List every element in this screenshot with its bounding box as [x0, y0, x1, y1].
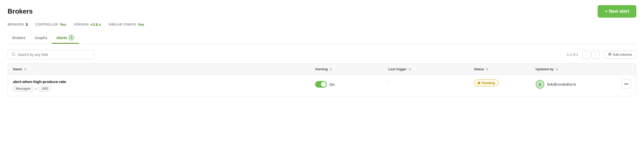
alert-name: alert-when-high-produce-rate: [13, 79, 305, 84]
col-trigger-label: Last trigger: [389, 67, 407, 71]
tab-brokers-label: Brokers: [12, 36, 25, 40]
search-icon: [11, 52, 16, 57]
tab-brokers[interactable]: Brokers: [8, 32, 30, 44]
meta-version-label: VERSION: [74, 23, 89, 26]
next-page-button[interactable]: ›: [591, 51, 600, 59]
meta-similar-config-value: Yes: [138, 22, 144, 27]
status-dot-icon: [478, 82, 480, 84]
sort-icon-name: ⇅: [24, 68, 26, 71]
meta-version-value: +3.8.x: [90, 22, 101, 27]
cell-status: Pending: [469, 75, 530, 96]
avatar: A: [536, 80, 544, 89]
tabs: Brokers Graphs Alerts 1: [8, 32, 636, 44]
status-badge: Pending: [474, 79, 499, 86]
pagination-info: 1-1 of 1: [567, 53, 578, 56]
tab-graphs[interactable]: Graphs: [30, 32, 52, 44]
meta-similar-config: SIMILAR CONFIG Yes: [109, 22, 144, 27]
cell-actions: •••: [617, 75, 636, 96]
table-header-row: Name ⇅ Alerting ⇅ Last trigger ⇅ Status …: [8, 64, 636, 75]
toolbar: 1-1 of 1 ‹ › Edit columns: [8, 50, 636, 59]
status-label: Pending: [482, 81, 495, 85]
toggle-thumb: [321, 82, 326, 87]
sort-icon-trigger: ⇅: [409, 68, 411, 71]
filter-tag-value: 1000: [38, 86, 51, 91]
table-row: alert-when-high-produce-rate MessageIn >…: [8, 75, 636, 96]
col-header-name[interactable]: Name ⇅: [8, 64, 310, 75]
meta-controller-value: Yes: [60, 22, 66, 27]
sort-icon-alerting: ⇅: [330, 68, 332, 71]
sort-icon-status: ⇅: [486, 68, 488, 71]
col-status-label: Status: [474, 67, 484, 71]
meta-row: BROKERS 3 CONTROLLER Yes VERSION +3.8.x …: [8, 22, 636, 27]
page-container: Brokers + New alert BROKERS 3 CONTROLLER…: [0, 0, 644, 161]
last-trigger-value: -: [389, 79, 390, 84]
row-actions-button[interactable]: •••: [622, 79, 631, 89]
page-title: Brokers: [8, 7, 33, 15]
alerting-toggle[interactable]: [315, 81, 327, 88]
col-name-label: Name: [13, 67, 22, 71]
gear-icon: [608, 52, 612, 57]
cell-last-trigger: -: [383, 75, 469, 96]
chevron-right-icon: ›: [595, 53, 596, 56]
cell-alerting: On: [310, 75, 383, 96]
filter-tags: MessageIn > 1000: [13, 86, 305, 91]
ellipsis-icon: •••: [624, 82, 629, 86]
user-email: bob@conduktor.io: [547, 82, 576, 86]
filter-tag-topic: MessageIn: [13, 86, 34, 91]
search-box[interactable]: [8, 50, 94, 59]
col-alerting-label: Alerting: [315, 67, 328, 71]
svg-line-1: [14, 55, 15, 56]
meta-brokers-value: 3: [25, 22, 28, 27]
toolbar-right: 1-1 of 1 ‹ › Edit columns: [567, 51, 636, 59]
meta-brokers: BROKERS 3: [8, 22, 28, 27]
alerts-table: Name ⇅ Alerting ⇅ Last trigger ⇅ Status …: [8, 63, 636, 96]
filter-op: >: [35, 87, 37, 91]
col-header-status[interactable]: Status ⇅: [469, 64, 530, 75]
meta-similar-config-label: SIMILAR CONFIG: [109, 23, 136, 26]
tab-graphs-label: Graphs: [35, 36, 47, 40]
cell-name: alert-when-high-produce-rate MessageIn >…: [8, 75, 310, 96]
col-header-updated[interactable]: Updated by ⇅: [531, 64, 617, 75]
chevron-left-icon: ‹: [586, 53, 587, 56]
prev-page-button[interactable]: ‹: [582, 51, 590, 59]
meta-version: VERSION +3.8.x: [74, 22, 101, 27]
meta-controller: CONTROLLER Yes: [35, 22, 66, 27]
pagination-buttons: ‹ ›: [582, 51, 600, 59]
tab-alerts-label: Alerts: [56, 36, 67, 40]
new-alert-button[interactable]: + New alert: [598, 5, 636, 18]
page-header: Brokers + New alert: [8, 5, 636, 18]
toggle-label: On: [329, 82, 334, 87]
edit-columns-button[interactable]: Edit columns: [604, 51, 636, 59]
svg-point-2: [609, 54, 610, 55]
col-header-alerting[interactable]: Alerting ⇅: [310, 64, 383, 75]
col-header-actions: [617, 64, 636, 75]
cell-updated-by: A bob@conduktor.io: [531, 75, 617, 96]
sort-icon-updated: ⇅: [556, 68, 558, 71]
tab-alerts[interactable]: Alerts 1: [52, 32, 79, 44]
meta-controller-label: CONTROLLER: [35, 23, 58, 26]
edit-columns-label: Edit columns: [613, 53, 632, 56]
col-updated-label: Updated by: [536, 67, 554, 71]
updated-by-cell: A bob@conduktor.io: [536, 79, 612, 89]
col-header-trigger[interactable]: Last trigger ⇅: [383, 64, 469, 75]
tab-alerts-badge: 1: [69, 35, 74, 40]
toggle-cell: On: [315, 79, 378, 88]
search-input[interactable]: [18, 53, 91, 57]
meta-brokers-label: BROKERS: [8, 23, 24, 26]
